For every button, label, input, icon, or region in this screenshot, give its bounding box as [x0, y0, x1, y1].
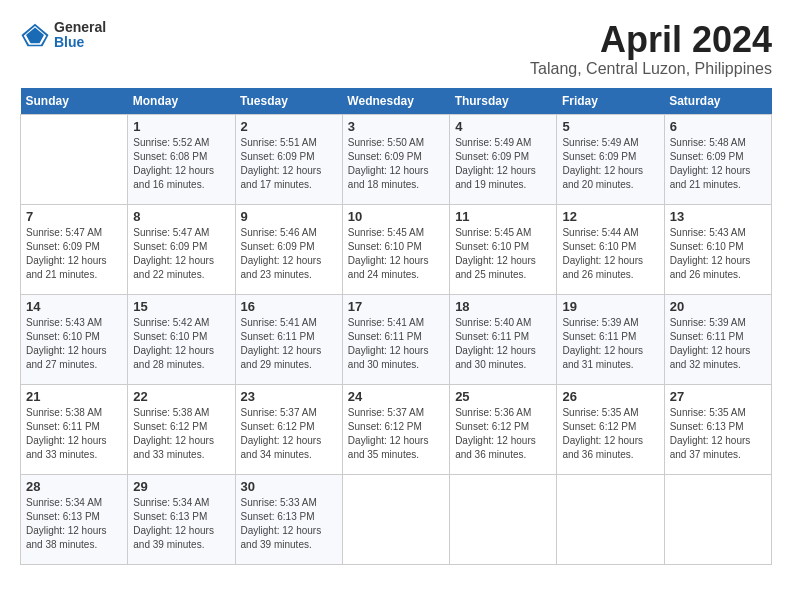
calendar-cell: 7Sunrise: 5:47 AM Sunset: 6:09 PM Daylig…: [21, 204, 128, 294]
calendar-cell: 14Sunrise: 5:43 AM Sunset: 6:10 PM Dayli…: [21, 294, 128, 384]
calendar-cell: 24Sunrise: 5:37 AM Sunset: 6:12 PM Dayli…: [342, 384, 449, 474]
day-info: Sunrise: 5:43 AM Sunset: 6:10 PM Dayligh…: [26, 316, 122, 372]
calendar-cell: 28Sunrise: 5:34 AM Sunset: 6:13 PM Dayli…: [21, 474, 128, 564]
day-number: 27: [670, 389, 766, 404]
day-number: 12: [562, 209, 658, 224]
day-info: Sunrise: 5:41 AM Sunset: 6:11 PM Dayligh…: [348, 316, 444, 372]
day-info: Sunrise: 5:45 AM Sunset: 6:10 PM Dayligh…: [348, 226, 444, 282]
day-info: Sunrise: 5:46 AM Sunset: 6:09 PM Dayligh…: [241, 226, 337, 282]
calendar-cell: 4Sunrise: 5:49 AM Sunset: 6:09 PM Daylig…: [450, 114, 557, 204]
calendar-cell: 17Sunrise: 5:41 AM Sunset: 6:11 PM Dayli…: [342, 294, 449, 384]
day-number: 14: [26, 299, 122, 314]
day-number: 3: [348, 119, 444, 134]
day-info: Sunrise: 5:37 AM Sunset: 6:12 PM Dayligh…: [348, 406, 444, 462]
calendar-week-row: 1Sunrise: 5:52 AM Sunset: 6:08 PM Daylig…: [21, 114, 772, 204]
calendar-header-monday: Monday: [128, 88, 235, 115]
calendar-header-row: SundayMondayTuesdayWednesdayThursdayFrid…: [21, 88, 772, 115]
calendar-cell: 11Sunrise: 5:45 AM Sunset: 6:10 PM Dayli…: [450, 204, 557, 294]
calendar-cell: 6Sunrise: 5:48 AM Sunset: 6:09 PM Daylig…: [664, 114, 771, 204]
day-info: Sunrise: 5:33 AM Sunset: 6:13 PM Dayligh…: [241, 496, 337, 552]
day-info: Sunrise: 5:34 AM Sunset: 6:13 PM Dayligh…: [26, 496, 122, 552]
calendar-cell: 10Sunrise: 5:45 AM Sunset: 6:10 PM Dayli…: [342, 204, 449, 294]
calendar-header-sunday: Sunday: [21, 88, 128, 115]
day-number: 16: [241, 299, 337, 314]
page-header: General Blue April 2024 Talang, Central …: [20, 20, 772, 78]
calendar-cell: 9Sunrise: 5:46 AM Sunset: 6:09 PM Daylig…: [235, 204, 342, 294]
day-number: 6: [670, 119, 766, 134]
day-number: 21: [26, 389, 122, 404]
day-number: 5: [562, 119, 658, 134]
day-number: 19: [562, 299, 658, 314]
day-number: 22: [133, 389, 229, 404]
location-title: Talang, Central Luzon, Philippines: [530, 60, 772, 78]
logo-blue-text: Blue: [54, 35, 106, 50]
calendar-cell: 22Sunrise: 5:38 AM Sunset: 6:12 PM Dayli…: [128, 384, 235, 474]
calendar-cell: 30Sunrise: 5:33 AM Sunset: 6:13 PM Dayli…: [235, 474, 342, 564]
calendar-cell: 12Sunrise: 5:44 AM Sunset: 6:10 PM Dayli…: [557, 204, 664, 294]
day-number: 25: [455, 389, 551, 404]
logo-text: General Blue: [54, 20, 106, 51]
calendar-cell: 15Sunrise: 5:42 AM Sunset: 6:10 PM Dayli…: [128, 294, 235, 384]
title-block: April 2024 Talang, Central Luzon, Philip…: [530, 20, 772, 78]
day-info: Sunrise: 5:37 AM Sunset: 6:12 PM Dayligh…: [241, 406, 337, 462]
day-info: Sunrise: 5:36 AM Sunset: 6:12 PM Dayligh…: [455, 406, 551, 462]
calendar-cell: 25Sunrise: 5:36 AM Sunset: 6:12 PM Dayli…: [450, 384, 557, 474]
day-number: 2: [241, 119, 337, 134]
calendar-cell: [21, 114, 128, 204]
day-info: Sunrise: 5:44 AM Sunset: 6:10 PM Dayligh…: [562, 226, 658, 282]
day-number: 26: [562, 389, 658, 404]
day-info: Sunrise: 5:38 AM Sunset: 6:12 PM Dayligh…: [133, 406, 229, 462]
logo-general-text: General: [54, 20, 106, 35]
calendar-cell: [450, 474, 557, 564]
calendar-cell: 16Sunrise: 5:41 AM Sunset: 6:11 PM Dayli…: [235, 294, 342, 384]
day-info: Sunrise: 5:34 AM Sunset: 6:13 PM Dayligh…: [133, 496, 229, 552]
calendar-cell: 21Sunrise: 5:38 AM Sunset: 6:11 PM Dayli…: [21, 384, 128, 474]
day-number: 30: [241, 479, 337, 494]
logo-icon: [20, 20, 50, 50]
calendar-week-row: 21Sunrise: 5:38 AM Sunset: 6:11 PM Dayli…: [21, 384, 772, 474]
calendar-week-row: 14Sunrise: 5:43 AM Sunset: 6:10 PM Dayli…: [21, 294, 772, 384]
day-info: Sunrise: 5:48 AM Sunset: 6:09 PM Dayligh…: [670, 136, 766, 192]
calendar-cell: 20Sunrise: 5:39 AM Sunset: 6:11 PM Dayli…: [664, 294, 771, 384]
day-number: 28: [26, 479, 122, 494]
calendar-cell: 5Sunrise: 5:49 AM Sunset: 6:09 PM Daylig…: [557, 114, 664, 204]
day-info: Sunrise: 5:47 AM Sunset: 6:09 PM Dayligh…: [133, 226, 229, 282]
day-info: Sunrise: 5:49 AM Sunset: 6:09 PM Dayligh…: [455, 136, 551, 192]
day-info: Sunrise: 5:39 AM Sunset: 6:11 PM Dayligh…: [562, 316, 658, 372]
calendar-cell: 27Sunrise: 5:35 AM Sunset: 6:13 PM Dayli…: [664, 384, 771, 474]
calendar-cell: 29Sunrise: 5:34 AM Sunset: 6:13 PM Dayli…: [128, 474, 235, 564]
calendar-header-friday: Friday: [557, 88, 664, 115]
day-number: 10: [348, 209, 444, 224]
calendar-cell: 8Sunrise: 5:47 AM Sunset: 6:09 PM Daylig…: [128, 204, 235, 294]
calendar-cell: [557, 474, 664, 564]
day-info: Sunrise: 5:35 AM Sunset: 6:12 PM Dayligh…: [562, 406, 658, 462]
day-info: Sunrise: 5:49 AM Sunset: 6:09 PM Dayligh…: [562, 136, 658, 192]
day-number: 8: [133, 209, 229, 224]
day-number: 18: [455, 299, 551, 314]
calendar-cell: [664, 474, 771, 564]
day-info: Sunrise: 5:39 AM Sunset: 6:11 PM Dayligh…: [670, 316, 766, 372]
day-number: 23: [241, 389, 337, 404]
calendar-cell: 1Sunrise: 5:52 AM Sunset: 6:08 PM Daylig…: [128, 114, 235, 204]
calendar-cell: 2Sunrise: 5:51 AM Sunset: 6:09 PM Daylig…: [235, 114, 342, 204]
day-number: 24: [348, 389, 444, 404]
calendar-week-row: 7Sunrise: 5:47 AM Sunset: 6:09 PM Daylig…: [21, 204, 772, 294]
calendar-cell: 23Sunrise: 5:37 AM Sunset: 6:12 PM Dayli…: [235, 384, 342, 474]
day-info: Sunrise: 5:50 AM Sunset: 6:09 PM Dayligh…: [348, 136, 444, 192]
day-info: Sunrise: 5:51 AM Sunset: 6:09 PM Dayligh…: [241, 136, 337, 192]
month-title: April 2024: [530, 20, 772, 60]
calendar-header-wednesday: Wednesday: [342, 88, 449, 115]
day-number: 9: [241, 209, 337, 224]
day-info: Sunrise: 5:45 AM Sunset: 6:10 PM Dayligh…: [455, 226, 551, 282]
calendar-cell: 26Sunrise: 5:35 AM Sunset: 6:12 PM Dayli…: [557, 384, 664, 474]
calendar-header-saturday: Saturday: [664, 88, 771, 115]
day-number: 29: [133, 479, 229, 494]
day-info: Sunrise: 5:52 AM Sunset: 6:08 PM Dayligh…: [133, 136, 229, 192]
day-number: 17: [348, 299, 444, 314]
day-info: Sunrise: 5:42 AM Sunset: 6:10 PM Dayligh…: [133, 316, 229, 372]
logo: General Blue: [20, 20, 106, 51]
day-number: 4: [455, 119, 551, 134]
calendar-header-tuesday: Tuesday: [235, 88, 342, 115]
calendar-cell: 19Sunrise: 5:39 AM Sunset: 6:11 PM Dayli…: [557, 294, 664, 384]
calendar-cell: 13Sunrise: 5:43 AM Sunset: 6:10 PM Dayli…: [664, 204, 771, 294]
